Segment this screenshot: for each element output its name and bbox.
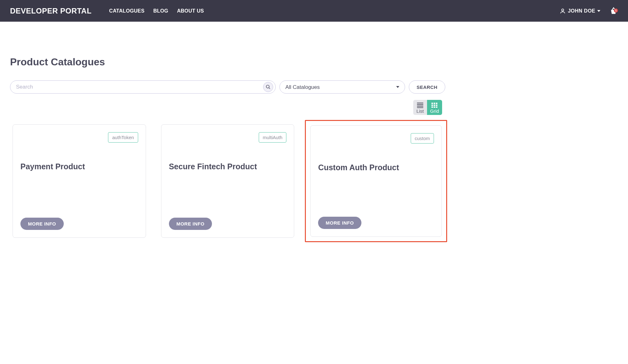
product-card: custom Custom Auth Product MORE INFO	[310, 125, 442, 237]
more-info-button[interactable]: MORE INFO	[20, 218, 64, 230]
main-nav: CATALOGUES BLOG ABOUT US	[109, 8, 204, 14]
search-wrapper	[10, 80, 276, 94]
svg-point-1	[266, 85, 269, 88]
top-navbar: DEVELOPER PORTAL CATALOGUES BLOG ABOUT U…	[0, 0, 628, 22]
search-icon	[266, 84, 271, 90]
svg-rect-11	[434, 105, 435, 106]
view-toggle: List Grid	[10, 100, 442, 115]
catalogue-select-wrapper: All Catalogues	[279, 80, 405, 94]
main-content: Product Catalogues All Catalogues SEARCH…	[0, 22, 455, 263]
product-title: Secure Fintech Product	[169, 162, 287, 171]
card-tag-row: authToken	[20, 132, 138, 143]
svg-line-2	[269, 88, 270, 89]
card-spacer	[169, 171, 287, 218]
user-name-label: JOHN DOE	[568, 8, 595, 14]
product-cards-grid: authToken Payment Product MORE INFO mult…	[10, 124, 445, 238]
svg-rect-7	[431, 103, 433, 104]
cart-badge: 1	[614, 8, 618, 13]
product-title: Payment Product	[20, 162, 138, 171]
card-spacer	[20, 171, 138, 218]
search-button[interactable]: SEARCH	[409, 80, 445, 94]
nav-catalogues[interactable]: CATALOGUES	[109, 8, 145, 14]
card-tag-row: custom	[318, 133, 434, 144]
svg-rect-8	[434, 103, 435, 104]
svg-point-0	[562, 9, 564, 11]
search-controls: All Catalogues SEARCH	[10, 80, 445, 94]
user-menu[interactable]: JOHN DOE	[560, 8, 600, 14]
catalogue-filter-select[interactable]: All Catalogues	[279, 80, 405, 94]
nav-blog[interactable]: BLOG	[153, 8, 168, 14]
grid-icon	[431, 102, 438, 108]
chevron-down-icon	[597, 9, 600, 13]
more-info-button[interactable]: MORE INFO	[169, 218, 212, 230]
search-input[interactable]	[10, 80, 276, 94]
svg-rect-14	[434, 106, 435, 108]
list-icon	[417, 102, 424, 108]
user-icon	[560, 8, 566, 14]
view-grid-button[interactable]: Grid	[427, 100, 442, 115]
view-list-button[interactable]: List	[413, 100, 427, 115]
view-list-label: List	[416, 108, 424, 114]
page-title: Product Catalogues	[10, 56, 445, 68]
product-tag: multiAuth	[259, 132, 287, 143]
toggle-group: List Grid	[413, 100, 442, 115]
card-tag-row: multiAuth	[169, 132, 287, 143]
more-info-button[interactable]: MORE INFO	[318, 217, 361, 229]
svg-rect-13	[431, 106, 433, 108]
svg-rect-9	[436, 103, 437, 104]
card-spacer	[318, 172, 434, 217]
brand-logo[interactable]: DEVELOPER PORTAL	[10, 7, 92, 15]
highlighted-card-frame: custom Custom Auth Product MORE INFO	[305, 120, 447, 242]
cart-button[interactable]: 1	[609, 7, 618, 15]
search-icon-button[interactable]	[263, 82, 273, 92]
topbar-right: JOHN DOE 1	[560, 7, 618, 15]
svg-rect-10	[431, 105, 433, 106]
product-title: Custom Auth Product	[318, 163, 434, 172]
product-card: authToken Payment Product MORE INFO	[13, 124, 146, 238]
svg-rect-15	[436, 106, 437, 108]
product-tag: custom	[411, 133, 434, 144]
nav-about-us[interactable]: ABOUT US	[177, 8, 204, 14]
view-grid-label: Grid	[430, 108, 439, 114]
product-card: multiAuth Secure Fintech Product MORE IN…	[161, 124, 295, 238]
product-tag: authToken	[108, 132, 138, 143]
svg-rect-12	[436, 105, 437, 106]
